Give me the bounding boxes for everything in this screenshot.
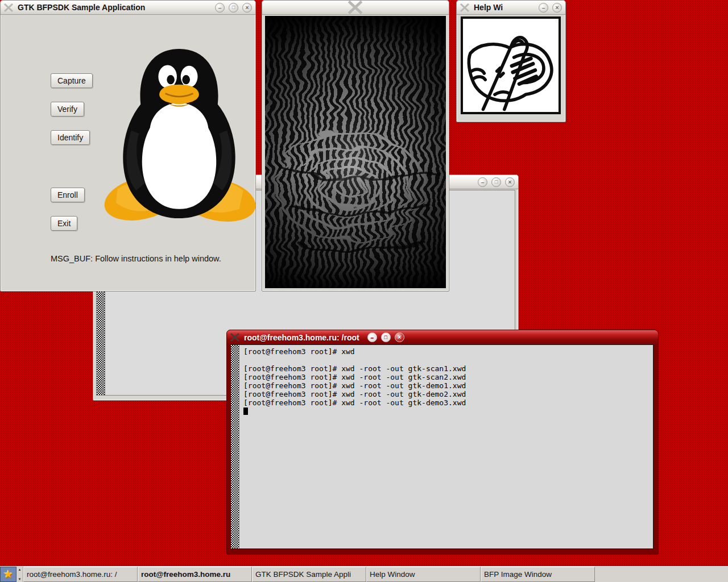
bfpsdk-titlebar[interactable]: GTK BFPSDK Sample Application: [1, 1, 255, 15]
taskbar-item[interactable]: root@freehom3.home.ru: /: [23, 567, 138, 582]
task-list: root@freehom3.home.ru: / root@freehom3.h…: [23, 567, 595, 582]
x11-logo-icon: [230, 333, 240, 342]
window-title: root@freehom3.home.ru: /root: [244, 333, 359, 342]
finger-on-sensor-illustration: [461, 16, 561, 114]
terminal-line: [root@freehom3 root]# xwd -root -out gtk…: [243, 373, 650, 381]
terminal-line: [root@freehom3 root]# xwd -root -out gtk…: [243, 398, 650, 407]
maximize-button[interactable]: [229, 3, 238, 13]
x11-logo-icon: [460, 3, 470, 12]
maximize-button[interactable]: [491, 177, 501, 187]
minimize-button[interactable]: [539, 3, 548, 13]
close-button[interactable]: [552, 3, 562, 13]
action-button[interactable]: Verify: [51, 102, 84, 117]
action-button[interactable]: Exit: [51, 216, 77, 231]
taskbar-item[interactable]: root@freehom3.home.ru: [138, 567, 252, 582]
arrow-down-icon[interactable]: ▼: [18, 577, 22, 581]
x11-logo-icon: [265, 1, 445, 14]
help-window[interactable]: Help Wi: [456, 0, 566, 122]
status-message: MSG_BUF: Follow instructions in help win…: [51, 254, 221, 263]
taskbar-item-label: BFP Image Window: [484, 570, 552, 579]
arrow-up-icon[interactable]: ▲: [18, 568, 22, 571]
action-button[interactable]: Capture: [51, 73, 93, 88]
taskbar-item[interactable]: GTK BFPSDK Sample Appli: [252, 567, 366, 582]
taskbar-item-label: GTK BFPSDK Sample Appli: [255, 570, 351, 579]
fingerprint-scan-image: [265, 16, 446, 288]
taskbar-scroll-arrows[interactable]: ▲ ▼: [16, 567, 23, 582]
star-icon: ★: [3, 568, 13, 581]
terminal-cursor: [243, 408, 248, 415]
taskbar-item[interactable]: Help Window: [366, 567, 481, 582]
terminal-line: [243, 356, 650, 364]
action-button[interactable]: Identify: [51, 130, 90, 145]
taskbar: ★ ▲ ▼ root@freehom3.home.ru: / root@free…: [0, 566, 728, 582]
terminal-line: [root@freehom3 root]# xwd: [243, 347, 650, 356]
taskbar-item[interactable]: BFP Image Window: [481, 567, 595, 582]
x11-logo-icon: [3, 3, 14, 12]
terminal-titlebar[interactable]: root@freehom3.home.ru: /root: [227, 330, 658, 344]
bfp-image-window[interactable]: BFP Image Window: [262, 0, 449, 292]
window-title: GTK BFPSDK Sample Application: [18, 3, 145, 12]
taskbar-item-label: Help Window: [370, 570, 415, 579]
close-button[interactable]: [242, 3, 252, 13]
terminal-scrollbar[interactable]: [231, 345, 239, 548]
taskbar-item-label: root@freehom3.home.ru: [141, 570, 230, 579]
action-button[interactable]: Enroll: [51, 188, 85, 202]
minimize-button[interactable]: [367, 332, 377, 342]
star-launcher-button[interactable]: ★: [0, 567, 16, 582]
tux-penguin-illustration: [101, 38, 258, 227]
minimize-button[interactable]: [215, 3, 225, 13]
bfpsdk-app-window[interactable]: GTK BFPSDK Sample Application Capture Ve…: [0, 0, 256, 292]
terminal-line: [root@freehom3 root]# xwd -root -out gtk…: [243, 381, 650, 390]
taskbar-item-label: root@freehom3.home.ru: /: [27, 570, 117, 579]
window-title: Help Wi: [474, 3, 503, 12]
terminal-line: [root@freehom3 root]# xwd -root -out gtk…: [243, 364, 650, 373]
terminal-text: [root@freehom3 root]# xwd [root@freehom3…: [239, 345, 653, 548]
terminal-line: [root@freehom3 root]# xwd -root -out gtk…: [243, 390, 650, 398]
help-titlebar[interactable]: Help Wi: [457, 1, 565, 15]
action-button-column: Capture Verify Identify Enroll Exit: [51, 73, 93, 231]
bfpsdk-content: Capture Verify Identify Enroll Exit: [3, 15, 253, 289]
close-button[interactable]: [395, 332, 404, 342]
maximize-button[interactable]: [381, 332, 391, 342]
terminal-content[interactable]: [root@freehom3 root]# xwd [root@freehom3…: [230, 344, 653, 549]
terminal-window[interactable]: root@freehom3.home.ru: /root [root@freeh…: [226, 330, 659, 555]
close-button[interactable]: [505, 177, 515, 187]
bfp-image-titlebar[interactable]: BFP Image Window: [262, 1, 449, 15]
minimize-button[interactable]: [478, 177, 487, 187]
